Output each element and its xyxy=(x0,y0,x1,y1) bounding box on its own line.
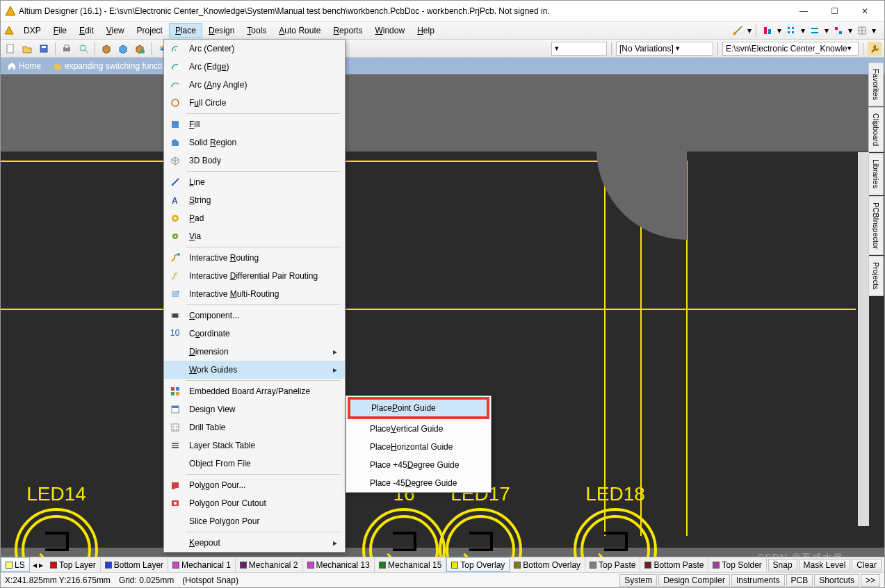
menu-project[interactable]: Project xyxy=(131,23,169,38)
box1-icon[interactable] xyxy=(99,42,113,56)
status--[interactable]: >> xyxy=(861,574,880,587)
menu-autoroute[interactable]: Auto Route xyxy=(273,23,327,38)
tab-favorites[interactable]: Favorites xyxy=(868,63,884,106)
menu-view[interactable]: View xyxy=(100,23,131,38)
layer-tab-mechanical-2[interactable]: Mechanical 2 xyxy=(236,557,303,572)
svg-marker-1 xyxy=(5,26,13,34)
place-polygon-pour-[interactable]: Polygon Pour... xyxy=(164,476,345,494)
menu-reports[interactable]: Reports xyxy=(327,23,368,38)
place-dimension[interactable]: Dimension▸ xyxy=(164,343,345,361)
align-icon-3[interactable] xyxy=(808,24,822,38)
menu-tools[interactable]: Tools xyxy=(241,23,273,38)
place-pad[interactable]: Pad xyxy=(164,209,345,227)
place-coordinate[interactable]: 10,10Coordinate xyxy=(164,325,345,343)
toolbar-field-1[interactable]: ▾ xyxy=(551,42,607,56)
menu-window[interactable]: Window xyxy=(368,23,411,38)
place-object-from-file[interactable]: Object From File xyxy=(164,455,345,473)
tab-libraries[interactable]: Libraries xyxy=(868,153,884,195)
place-fill[interactable]: Fill xyxy=(164,115,345,133)
layer-tab-top-layer[interactable]: Top Layer xyxy=(46,557,101,572)
open-icon[interactable] xyxy=(20,42,34,56)
new-icon[interactable] xyxy=(3,42,17,56)
place-embedded-board-array-panelize[interactable]: Embedded Board Array/Panelize xyxy=(164,382,345,400)
path-dropdown[interactable]: E:\svn\Electronic Center_Knowle▾ xyxy=(722,42,859,56)
blank-icon xyxy=(165,534,185,552)
menu-dxp[interactable]: DXP xyxy=(17,23,47,38)
place-arc-center-[interactable]: Arc (Center) xyxy=(164,40,345,58)
box2-icon[interactable] xyxy=(116,42,130,56)
place-interactive-differential-pair-routing[interactable]: Interactive Differential Pair Routing xyxy=(164,267,345,285)
place-interactive-routing[interactable]: Interactive Routing xyxy=(164,249,345,267)
watermark: CSDN @百感水佩 xyxy=(757,552,843,564)
place-drill-table[interactable]: Drill Table xyxy=(164,418,345,436)
place-3d-body[interactable]: 3D Body xyxy=(164,152,345,170)
via-icon xyxy=(165,227,185,245)
breadcrumb-home[interactable]: Home xyxy=(3,60,45,72)
place-slice-polygon-pour[interactable]: Slice Polygon Pour xyxy=(164,512,345,530)
print-icon[interactable] xyxy=(60,42,74,56)
place-component-[interactable]: Component... xyxy=(164,307,345,325)
place-keepout[interactable]: Keepout▸ xyxy=(164,534,345,552)
place-arc-any-angle-[interactable]: Arc (Any Angle) xyxy=(164,76,345,94)
wrench-icon[interactable] xyxy=(868,42,882,56)
dxp-icon[interactable] xyxy=(3,25,15,36)
svg-rect-47 xyxy=(174,502,177,505)
guide-place-vertical-guide[interactable]: Place Vertical Guide xyxy=(346,420,491,438)
layer-tab-top-overlay[interactable]: Top Overlay xyxy=(446,557,510,572)
coord-icon: 10,10 xyxy=(165,325,185,343)
close-button[interactable]: ✕ xyxy=(850,1,880,21)
variations-dropdown[interactable]: [No Variations] ▾ xyxy=(616,42,713,56)
status-shortcuts[interactable]: Shortcuts xyxy=(814,574,859,587)
svg-rect-44 xyxy=(172,443,179,444)
layer-tab-bottom-layer[interactable]: Bottom Layer xyxy=(101,557,168,572)
guide-place-horizontal-guide[interactable]: Place Horizontal Guide xyxy=(346,438,491,456)
align-icon-4[interactable] xyxy=(831,24,845,38)
menu-help[interactable]: Help xyxy=(411,23,441,38)
place-full-circle[interactable]: Full Circle xyxy=(164,94,345,112)
status-instruments[interactable]: Instruments xyxy=(731,574,785,587)
minimize-button[interactable]: — xyxy=(788,1,819,21)
status-pcb[interactable]: PCB xyxy=(786,574,813,587)
place-string[interactable]: AString xyxy=(164,191,345,209)
place-work-guides[interactable]: Work Guides▸ xyxy=(164,361,345,379)
maximize-button[interactable]: ☐ xyxy=(819,1,850,21)
place-arc-edge-[interactable]: Arc (Edge) xyxy=(164,58,345,76)
layer-tab-top-paste[interactable]: Top Paste xyxy=(585,557,640,572)
tab-pcbinspector[interactable]: PCBInspector xyxy=(868,196,884,256)
align-icon-1[interactable] xyxy=(761,24,774,38)
grid-icon[interactable] xyxy=(855,24,869,38)
place-solid-region[interactable]: Solid Region xyxy=(164,133,345,152)
status-system[interactable]: System xyxy=(619,574,657,587)
layer-tab-mechanical-15[interactable]: Mechanical 15 xyxy=(375,557,446,572)
preview-icon[interactable] xyxy=(76,42,90,56)
tab-projects[interactable]: Projects xyxy=(868,256,884,296)
place-interactive-multi-routing[interactable]: Interactive Multi-Routing xyxy=(164,285,345,303)
breadcrumb-doc[interactable]: expanding switching functi... xyxy=(49,60,173,72)
layer-ls[interactable]: LS xyxy=(1,557,30,572)
place-polygon-pour-cutout[interactable]: Polygon Pour Cutout xyxy=(164,494,345,512)
arc-center-icon xyxy=(165,40,185,58)
tab-clipboard[interactable]: Clipboard xyxy=(868,107,884,152)
layer-tab-bottom-overlay[interactable]: Bottom Overlay xyxy=(510,557,585,572)
status-design-compiler[interactable]: Design Compiler xyxy=(658,574,730,587)
layer-ctrl-clear[interactable]: Clear xyxy=(852,559,882,571)
menu-edit[interactable]: Edit xyxy=(73,23,100,38)
menu-file[interactable]: File xyxy=(47,23,73,38)
mode-icon[interactable] xyxy=(731,24,745,38)
place-design-view[interactable]: Design View xyxy=(164,400,345,418)
save-icon[interactable] xyxy=(37,42,51,56)
place-line[interactable]: Line xyxy=(164,173,345,191)
layer-tab-mechanical-13[interactable]: Mechanical 13 xyxy=(303,557,375,572)
vertical-scrollbar[interactable] xyxy=(858,152,869,526)
menu-place[interactable]: Place xyxy=(169,23,202,38)
box3-icon[interactable] xyxy=(133,42,147,56)
place-layer-stack-table[interactable]: Layer Stack Table xyxy=(164,436,345,455)
guide-place-45-degree-guide[interactable]: Place -45 Degree Guide xyxy=(346,474,491,492)
align-icon-2[interactable] xyxy=(784,24,798,38)
guide-place-45-degree-guide[interactable]: Place +45 Degree Guide xyxy=(346,456,491,474)
layer-tab-bottom-paste[interactable]: Bottom Paste xyxy=(640,557,708,572)
layer-tab-mechanical-1[interactable]: Mechanical 1 xyxy=(168,557,236,572)
place-via[interactable]: Via xyxy=(164,227,345,245)
guide-place-point-guide[interactable]: Place Point Guide xyxy=(348,397,489,419)
menu-design[interactable]: Design xyxy=(202,23,241,38)
